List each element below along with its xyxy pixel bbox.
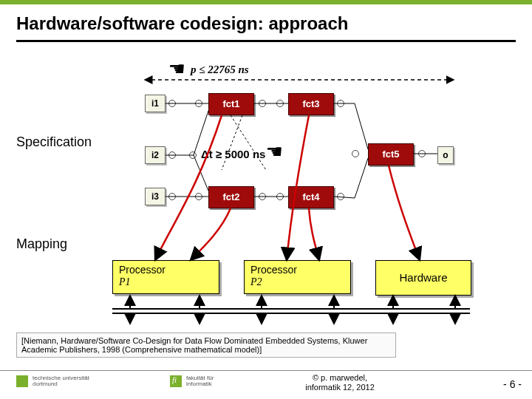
proc-name: P2 xyxy=(250,276,262,287)
footer: technische universität dortmund fakultät… xyxy=(0,370,532,399)
copyright: © p. marwedel, informatik 12, 2012 xyxy=(288,373,392,392)
node-o: o xyxy=(437,146,454,164)
label-specification: Specification xyxy=(16,134,92,150)
constraint-delta: Δt ≥ 5000 ns xyxy=(201,148,265,160)
tu-line2: dortmund xyxy=(33,381,58,387)
block-fct2: fct2 xyxy=(208,186,254,208)
proc-title: Processor xyxy=(250,264,297,276)
svg-line-5 xyxy=(355,158,368,198)
fi-logo: fakultät für informatik xyxy=(170,375,214,388)
hand-icon: ☛ xyxy=(168,59,185,78)
tu-logo-icon xyxy=(16,375,28,387)
fi-line2: informatik xyxy=(186,381,212,387)
processor-p2: Processor P2 xyxy=(244,260,351,294)
block-fct5: fct5 xyxy=(368,143,414,166)
hand-icon-2: ☛ xyxy=(266,142,283,161)
block-hardware: Hardware xyxy=(375,260,471,296)
node-i2: i2 xyxy=(145,146,166,164)
fi-logo-icon xyxy=(170,375,182,387)
constraint-period: p ≤ 22765 ns xyxy=(191,64,249,76)
svg-line-4 xyxy=(355,103,368,149)
processor-p1: Processor P1 xyxy=(112,260,219,294)
node-i1: i1 xyxy=(145,95,166,112)
node-i3: i3 xyxy=(145,188,166,205)
block-fct4: fct4 xyxy=(288,186,334,208)
proc-title: Processor xyxy=(119,264,166,276)
block-fct3: fct3 xyxy=(288,93,334,115)
reference-citation: [Niemann, Hardware/Software Co-Design fo… xyxy=(16,332,396,358)
label-mapping: Mapping xyxy=(16,236,67,252)
svg-line-8 xyxy=(194,155,208,191)
tu-logo: technische universität dortmund xyxy=(16,375,89,388)
svg-line-13 xyxy=(231,115,266,170)
page-number: - 6 - xyxy=(503,378,522,390)
block-fct1: fct1 xyxy=(208,93,254,115)
svg-line-14 xyxy=(222,115,242,170)
proc-name: P1 xyxy=(119,276,131,287)
